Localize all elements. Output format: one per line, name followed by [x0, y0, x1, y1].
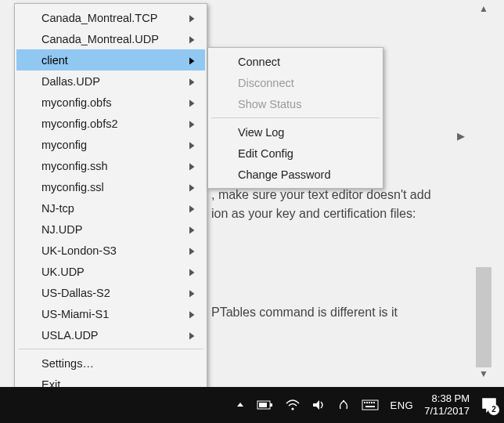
svg-rect-8: [369, 402, 370, 403]
menu-item-label: Change Password: [238, 168, 331, 181]
menu-separator: [18, 349, 203, 349]
submenu-arrow-icon: ▶: [189, 266, 194, 277]
submenu-change-password[interactable]: Change Password: [210, 164, 381, 185]
submenu-arrow-icon: ▶: [189, 13, 194, 24]
submenu-disconnect: Disconnect: [210, 72, 381, 93]
submenu-arrow-icon: ▶: [189, 245, 194, 256]
menu-item-label: View Log: [238, 126, 284, 139]
scrollbar-thumb[interactable]: [476, 267, 491, 367]
vertical-scrollbar[interactable]: ▲ ▼: [474, 3, 493, 379]
menu-item-label: Canada_Montreal.UDP: [41, 33, 159, 45]
menu-item-label: NJ-tcp: [41, 202, 74, 215]
menu-item-canada-montreal-tcp[interactable]: Canada_Montreal.TCP ▶: [16, 7, 205, 28]
menu-item-label: US-Miami-S1: [41, 308, 109, 320]
notification-badge: 2: [488, 404, 499, 415]
menu-item-label: myconfig.ssl: [41, 181, 104, 193]
menu-item-label: Settings…: [41, 357, 94, 370]
menu-item-myconfig-ssh[interactable]: myconfig.ssh ▶: [16, 155, 205, 176]
menu-item-label: Dallas.UDP: [41, 75, 100, 88]
svg-rect-6: [364, 402, 365, 403]
keyboard-icon[interactable]: [362, 400, 379, 410]
svg-rect-2: [259, 403, 267, 407]
submenu-arrow-icon: ▶: [189, 97, 194, 108]
wifi-icon[interactable]: [285, 399, 301, 411]
menu-item-nj-tcp[interactable]: NJ-tcp ▶: [16, 197, 205, 219]
menu-item-myconfig-obfs2[interactable]: myconfig.obfs2 ▶: [16, 113, 205, 134]
submenu-arrow-icon: ▶: [189, 182, 194, 193]
submenu-arrow-icon: ▶: [189, 330, 194, 341]
svg-rect-5: [362, 400, 378, 410]
submenu-arrow-icon: ▶: [189, 287, 194, 298]
submenu-arrow-icon: ▶: [189, 224, 194, 235]
submenu-show-status: Show Status: [210, 93, 381, 114]
battery-icon[interactable]: [257, 400, 274, 410]
menu-item-uk-london-s3[interactable]: UK-London-S3 ▶: [16, 240, 205, 261]
svg-rect-9: [371, 402, 373, 403]
menu-item-usla-udp[interactable]: USLA.UDP ▶: [16, 324, 205, 345]
submenu-connect[interactable]: Connect: [210, 51, 381, 72]
menu-item-us-miami-s1[interactable]: US-Miami-S1 ▶: [16, 303, 205, 324]
svg-point-4: [343, 400, 344, 402]
tray-overflow-icon[interactable]: [235, 400, 246, 410]
svg-rect-1: [270, 403, 272, 407]
language-indicator[interactable]: ENG: [390, 400, 413, 411]
menu-item-label: UK-London-S3: [41, 244, 117, 257]
menu-item-us-dallas-s2[interactable]: US-Dallas-S2 ▶: [16, 282, 205, 303]
volume-icon[interactable]: [311, 399, 326, 411]
submenu-arrow-icon: ▶: [189, 161, 194, 172]
menu-item-label: Connect: [238, 56, 280, 68]
tray-context-menu: Canada_Montreal.TCP ▶ Canada_Montreal.UD…: [14, 3, 207, 399]
svg-rect-11: [365, 406, 375, 407]
menu-item-label: Show Status: [238, 98, 301, 110]
menu-item-label: UK.UDP: [41, 266, 85, 278]
menu-item-client[interactable]: client ▶: [16, 49, 205, 70]
clock-date: 7/11/2017: [424, 405, 470, 418]
menu-item-myconfig[interactable]: myconfig ▶: [16, 134, 205, 155]
submenu-arrow-icon: ▶: [189, 34, 194, 45]
menu-item-dallas-udp[interactable]: Dallas.UDP ▶: [16, 70, 205, 92]
page-text: , make sure your text editor doesn't add: [211, 188, 431, 202]
action-center-icon[interactable]: 2: [481, 396, 498, 414]
menu-item-uk-udp[interactable]: UK.UDP ▶: [16, 261, 205, 282]
menu-item-settings[interactable]: Settings…: [16, 352, 205, 374]
submenu-arrow-icon: ▶: [189, 55, 194, 66]
menu-separator: [211, 118, 380, 118]
svg-rect-7: [366, 402, 368, 403]
submenu-arrow-icon: ▶: [189, 203, 194, 214]
submenu-arrow-icon: ▶: [189, 118, 194, 129]
menu-item-label: NJ.UDP: [41, 223, 82, 236]
menu-item-label: client: [41, 54, 68, 67]
submenu-arrow-icon: ▶: [189, 309, 194, 320]
menu-item-label: Disconnect: [238, 77, 294, 89]
scroll-down-arrow[interactable]: ▼: [474, 368, 493, 379]
client-submenu: Connect Disconnect Show Status View Log …: [207, 47, 383, 189]
menu-item-myconfig-obfs[interactable]: myconfig.obfs ▶: [16, 92, 205, 113]
submenu-edit-config[interactable]: Edit Config: [210, 143, 381, 164]
menu-item-label: myconfig.obfs2: [41, 118, 118, 130]
page-text: ion as your key and certification files:: [211, 207, 416, 221]
scroll-right-arrow[interactable]: ▶: [457, 130, 465, 142]
menu-item-label: US-Dallas-S2: [41, 287, 110, 299]
menu-item-myconfig-ssl[interactable]: myconfig.ssl ▶: [16, 176, 205, 197]
taskbar: ENG 8:38 PM 7/11/2017 2: [0, 387, 504, 423]
clock-time: 8:38 PM: [424, 392, 470, 405]
menu-item-label: myconfig.ssh: [41, 160, 108, 172]
menu-item-label: Canada_Montreal.TCP: [41, 12, 157, 24]
menu-item-label: myconfig: [41, 139, 87, 151]
menu-item-label: myconfig.obfs: [41, 96, 111, 109]
menu-item-canada-montreal-udp[interactable]: Canada_Montreal.UDP ▶: [16, 28, 205, 49]
scroll-up-arrow[interactable]: ▲: [474, 3, 493, 14]
menu-item-nj-udp[interactable]: NJ.UDP ▶: [16, 219, 205, 240]
submenu-arrow-icon: ▶: [189, 139, 194, 150]
submenu-view-log[interactable]: View Log: [210, 121, 381, 143]
svg-rect-10: [373, 402, 375, 403]
menu-item-label: USLA.UDP: [41, 329, 99, 342]
submenu-arrow-icon: ▶: [189, 76, 194, 87]
app-tray-icon[interactable]: [337, 398, 351, 412]
svg-point-3: [292, 407, 294, 410]
clock[interactable]: 8:38 PM 7/11/2017: [424, 392, 470, 417]
menu-item-label: Edit Config: [238, 147, 293, 160]
page-text: PTables command is different is it: [211, 306, 398, 320]
